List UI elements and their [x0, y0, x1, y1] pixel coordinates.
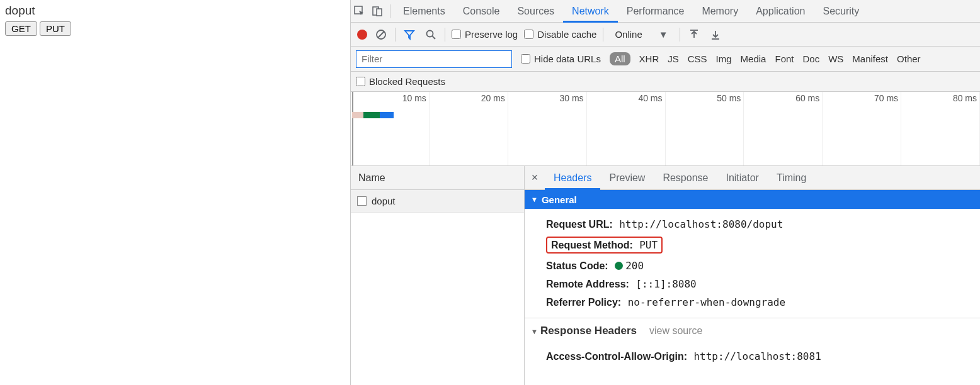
- tab-security[interactable]: Security: [814, 0, 868, 23]
- filter-all[interactable]: All: [610, 52, 630, 65]
- timeline-bar: [352, 112, 394, 118]
- request-row[interactable]: doput: [351, 190, 524, 213]
- separator: [390, 4, 390, 18]
- filter-manifest[interactable]: Manifest: [852, 53, 888, 64]
- status-code-row: Status Code: 200: [546, 257, 980, 275]
- blocked-requests-label: Blocked Requests: [369, 76, 445, 87]
- preserve-log-checkbox[interactable]: Preserve log: [452, 29, 518, 40]
- blocked-requests-checkbox[interactable]: Blocked Requests: [356, 76, 445, 87]
- filter-input[interactable]: [356, 50, 512, 68]
- filter-bar: Hide data URLs All XHR JS CSS Img Media …: [351, 47, 980, 72]
- tab-application[interactable]: Application: [747, 0, 814, 23]
- request-name: doput: [372, 196, 396, 206]
- disable-cache-label: Disable cache: [537, 29, 596, 40]
- clear-icon[interactable]: [373, 27, 389, 42]
- browser-page: doput GET PUT: [0, 0, 350, 385]
- request-url-row: Request URL: http://localhost:8080/doput: [546, 215, 980, 233]
- download-har-icon[interactable]: [708, 27, 723, 42]
- detail-tab-bar: × Headers Preview Response Initiator Tim…: [525, 166, 980, 190]
- svg-line-4: [378, 31, 384, 38]
- filter-media[interactable]: Media: [741, 53, 766, 64]
- filter-icon[interactable]: [402, 27, 417, 42]
- referrer-policy-label: Referrer Policy:: [546, 297, 621, 308]
- search-icon[interactable]: [423, 27, 438, 42]
- status-dot-icon: [615, 262, 623, 270]
- network-lower: Name doput × Headers Preview Response In…: [351, 166, 980, 385]
- filter-doc[interactable]: Doc: [802, 53, 819, 64]
- put-button[interactable]: PUT: [40, 21, 71, 36]
- hide-data-urls-checkbox[interactable]: Hide data URLs: [521, 53, 601, 64]
- svg-rect-2: [377, 9, 382, 16]
- request-list: Name doput: [351, 166, 525, 385]
- tick-label: 40 ms: [638, 93, 662, 103]
- view-source-link[interactable]: view source: [649, 325, 702, 337]
- inspect-element-icon[interactable]: [351, 0, 368, 23]
- chevron-down-icon: ▼: [659, 29, 668, 40]
- filter-css[interactable]: CSS: [688, 53, 707, 64]
- detail-tab-initiator[interactable]: Initiator: [717, 166, 767, 190]
- device-toggle-icon[interactable]: [368, 0, 386, 23]
- tab-elements[interactable]: Elements: [394, 0, 454, 23]
- acao-value: http://localhost:8081: [693, 350, 821, 362]
- network-timeline[interactable]: 10 ms 20 ms 30 ms 40 ms 50 ms 60 ms 70 m…: [351, 92, 980, 166]
- tab-performance[interactable]: Performance: [618, 0, 693, 23]
- get-button[interactable]: GET: [5, 21, 37, 36]
- page-title: doput: [5, 4, 345, 18]
- detail-tab-response[interactable]: Response: [654, 166, 717, 190]
- triangle-down-icon: ▼: [531, 328, 538, 335]
- tab-network[interactable]: Network: [563, 0, 618, 23]
- general-section-header[interactable]: ▼ General: [525, 190, 980, 209]
- filter-other[interactable]: Other: [897, 53, 921, 64]
- throttling-select[interactable]: Online ▼: [610, 29, 673, 40]
- tick-label: 70 ms: [874, 93, 898, 103]
- name-header[interactable]: Name: [351, 166, 524, 190]
- devtools-tab-bar: Elements Console Sources Network Perform…: [351, 0, 980, 23]
- separator: [603, 28, 603, 42]
- general-label: General: [542, 194, 577, 205]
- status-code-value: 200: [625, 260, 644, 272]
- throttling-value: Online: [615, 29, 642, 40]
- disable-cache-checkbox[interactable]: Disable cache: [524, 29, 596, 40]
- response-headers-label: Response Headers: [540, 325, 637, 337]
- separator: [445, 28, 445, 42]
- tick-label: 10 ms: [402, 93, 426, 103]
- filter-js[interactable]: JS: [668, 53, 679, 64]
- file-icon: [357, 196, 367, 206]
- close-detail-icon[interactable]: ×: [525, 171, 545, 184]
- request-method-value: PUT: [639, 239, 658, 251]
- remote-address-row: Remote Address: [::1]:8080: [546, 275, 980, 293]
- filter-img[interactable]: Img: [716, 53, 732, 64]
- filter-xhr[interactable]: XHR: [639, 53, 659, 64]
- request-url-value: http://localhost:8080/doput: [619, 218, 783, 230]
- detail-tab-timing[interactable]: Timing: [768, 166, 815, 190]
- tab-console[interactable]: Console: [454, 0, 509, 23]
- tab-sources[interactable]: Sources: [508, 0, 563, 23]
- svg-line-6: [433, 36, 436, 39]
- hide-data-urls-label: Hide data URLs: [534, 53, 601, 64]
- upload-har-icon[interactable]: [687, 27, 702, 42]
- acao-row: Access-Control-Allow-Origin: http://loca…: [546, 347, 980, 365]
- tick-label: 20 ms: [481, 93, 505, 103]
- tick-label: 60 ms: [795, 93, 819, 103]
- response-headers-section[interactable]: ▼Response Headers view source: [525, 318, 980, 341]
- record-button[interactable]: [357, 30, 367, 40]
- request-url-label: Request URL:: [546, 219, 613, 230]
- referrer-policy-value: no-referrer-when-downgrade: [628, 296, 785, 308]
- separator: [680, 28, 680, 42]
- tick-label: 50 ms: [717, 93, 741, 103]
- detail-tab-headers[interactable]: Headers: [545, 166, 600, 190]
- detail-tab-preview[interactable]: Preview: [600, 166, 654, 190]
- filter-font[interactable]: Font: [775, 53, 794, 64]
- devtools-panel: Elements Console Sources Network Perform…: [350, 0, 980, 385]
- remote-address-value: [::1]:8080: [635, 278, 696, 290]
- svg-point-5: [427, 30, 433, 36]
- blocked-requests-row: Blocked Requests: [351, 72, 980, 92]
- request-detail: × Headers Preview Response Initiator Tim…: [525, 166, 980, 385]
- tick-label: 80 ms: [953, 93, 977, 103]
- response-headers-list: Access-Control-Allow-Origin: http://loca…: [525, 341, 980, 365]
- general-list: Request URL: http://localhost:8080/doput…: [525, 209, 980, 318]
- filter-ws[interactable]: WS: [828, 53, 843, 64]
- separator: [395, 28, 396, 42]
- request-method-label: Request Method:: [551, 240, 633, 250]
- tab-memory[interactable]: Memory: [693, 0, 747, 23]
